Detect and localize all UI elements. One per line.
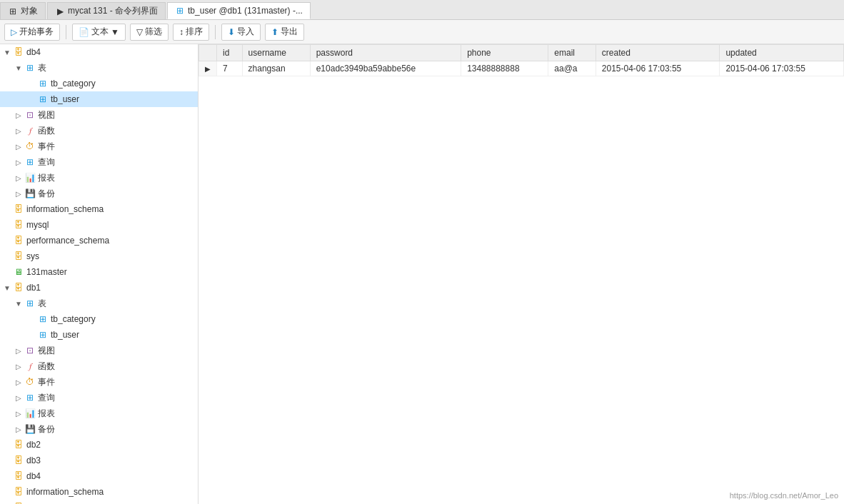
sidebar-item-event-db1[interactable]: ▷ ⏱ 事件: [0, 374, 198, 390]
toggle-performance-schema-top: [1, 235, 13, 246]
col-header-password[interactable]: password: [310, 45, 461, 61]
toggle-report-top[interactable]: ▷: [13, 172, 24, 183]
sidebar-item-view-top[interactable]: ▷ ⊡ 视图: [0, 107, 198, 123]
toggle-backup-top[interactable]: ▷: [13, 188, 24, 199]
sidebar-item-query-top[interactable]: ▷ ⊞ 查询: [0, 154, 198, 170]
export-btn[interactable]: ⬆ 导出: [265, 24, 304, 41]
table-row[interactable]: ▶ 7 zhangsan e10adc3949ba59abbe56e 13488…: [199, 61, 844, 76]
sidebar-item-db3[interactable]: 🗄 db3: [0, 453, 198, 468]
toggle-view-db1[interactable]: ▷: [13, 345, 24, 356]
tab-object[interactable]: ⊞ 对象: [0, 2, 46, 19]
backup-icon-top: 💾: [24, 188, 36, 199]
export-icon: ⬆: [271, 27, 278, 37]
row-indicator: ▶: [199, 61, 217, 76]
sidebar-label-sys-top: sys: [26, 251, 39, 261]
sidebar-item-131master[interactable]: 🖥 131master: [0, 264, 198, 280]
sidebar-item-information-schema-top[interactable]: 🗄 information_schema: [0, 201, 198, 217]
sidebar-label-tb-user-top: tb_user: [51, 94, 79, 104]
toggle-backup-db1[interactable]: ▷: [13, 423, 24, 435]
sort-label: 排序: [186, 26, 203, 38]
sidebar-item-performance-schema-top[interactable]: 🗄 performance_schema: [0, 233, 198, 248]
sidebar-item-table-group-top[interactable]: ▼ ⊞ 表: [0, 60, 198, 76]
sidebar-label-view-top: 视图: [38, 109, 55, 121]
toggle-event-top[interactable]: ▷: [13, 141, 24, 152]
table-icon-tb-category-db1: ⊞: [37, 313, 49, 325]
tab-bar: ⊞ 对象 ▶ mycat 131 - 命令列界面 ⊞ tb_user @db1 …: [0, 0, 844, 20]
begin-transaction-btn[interactable]: ▷ 开始事务: [4, 24, 60, 41]
sidebar-item-mysql-top[interactable]: 🗄 mysql: [0, 217, 198, 233]
sidebar-label-db4-bottom: db4: [26, 471, 41, 481]
cell-email: aa@a: [548, 61, 596, 76]
toggle-func-db1[interactable]: ▷: [13, 361, 24, 372]
toggle-view-top[interactable]: ▷: [13, 109, 24, 121]
sidebar-item-event-top[interactable]: ▷ ⏱ 事件: [0, 138, 198, 154]
toggle-tb-category-top: [26, 78, 37, 89]
sidebar-label-func-db1: 函数: [38, 361, 55, 373]
sidebar-item-tb-user-top[interactable]: ⊞ tb_user: [0, 91, 198, 107]
tab-terminal[interactable]: ▶ mycat 131 - 命令列界面: [47, 2, 166, 19]
sidebar-label-db4-top: db4: [26, 47, 41, 57]
sidebar-item-db1[interactable]: ▼ 🗄 db1: [0, 280, 198, 296]
text-btn[interactable]: 📄 文本 ▼: [72, 24, 126, 41]
tab-table[interactable]: ⊞ tb_user @db1 (131master) -...: [167, 2, 311, 19]
import-label: 导入: [237, 26, 254, 38]
sidebar-item-view-db1[interactable]: ▷ ⊡ 视图: [0, 343, 198, 358]
toggle-db4-top[interactable]: ▼: [1, 46, 13, 58]
sidebar-item-db4-top[interactable]: ▼ 🗄 db4: [0, 44, 198, 60]
toggle-131master: [1, 266, 13, 278]
sort-btn[interactable]: ↕ 排序: [173, 24, 209, 41]
toggle-table-group-top[interactable]: ▼: [13, 62, 24, 74]
toggle-query-top[interactable]: ▷: [13, 156, 24, 168]
filter-btn[interactable]: ▽ 筛选: [130, 24, 169, 41]
sidebar-label-131master: 131master: [26, 267, 67, 277]
sidebar-label-event-top: 事件: [38, 141, 55, 153]
col-header-email[interactable]: email: [548, 45, 596, 61]
sidebar-item-backup-top[interactable]: ▷ 💾 备份: [0, 186, 198, 201]
export-label: 导出: [281, 26, 298, 38]
sidebar-item-db2[interactable]: 🗄 db2: [0, 437, 198, 453]
sidebar-item-backup-db1[interactable]: ▷ 💾 备份: [0, 421, 198, 437]
text-label: 文本: [91, 26, 109, 38]
db-icon-db4-bottom: 🗄: [13, 470, 24, 482]
toggle-table-group-db1[interactable]: ▼: [13, 298, 24, 309]
sidebar-label-func-top: 函数: [38, 125, 55, 137]
toggle-db1[interactable]: ▼: [1, 282, 13, 293]
toggle-report-db1[interactable]: ▷: [13, 408, 24, 419]
toggle-func-top[interactable]: ▷: [13, 125, 24, 136]
sidebar-item-func-top[interactable]: ▷ 𝑓 函数: [0, 123, 198, 138]
toggle-event-db1[interactable]: ▷: [13, 376, 24, 388]
col-header-updated[interactable]: updated: [720, 45, 844, 61]
sidebar-item-sys-top[interactable]: 🗄 sys: [0, 248, 198, 264]
terminal-icon: ▶: [55, 6, 65, 16]
col-header-created[interactable]: created: [596, 45, 720, 61]
sidebar-item-report-db1[interactable]: ▷ 📊 报表: [0, 405, 198, 421]
view-icon-top: ⊡: [24, 109, 36, 121]
tab-object-label: 对象: [21, 5, 38, 17]
sidebar: ▼ 🗄 db4 ▼ ⊞ 表 ⊞ tb_category ⊞ tb_user ▷ …: [0, 44, 199, 504]
sidebar-item-mysql-bottom[interactable]: 🗄 mysql: [0, 500, 198, 504]
sidebar-item-tb-category-top[interactable]: ⊞ tb_category: [0, 76, 198, 91]
text-icon: 📄: [79, 27, 89, 37]
data-table: id username password phone email created…: [199, 44, 844, 76]
sidebar-item-func-db1[interactable]: ▷ 𝑓 函数: [0, 358, 198, 374]
sidebar-item-tb-category-db1[interactable]: ⊞ tb_category: [0, 311, 198, 327]
sidebar-item-report-top[interactable]: ▷ 📊 报表: [0, 170, 198, 186]
cell-created: 2015-04-06 17:03:55: [596, 61, 720, 76]
sidebar-item-db4-bottom[interactable]: 🗄 db4: [0, 468, 198, 484]
event-icon-top: ⏱: [24, 141, 36, 152]
sidebar-label-query-top: 查询: [38, 156, 55, 168]
toggle-tb-user-db1: [26, 329, 37, 341]
col-header-phone[interactable]: phone: [461, 45, 548, 61]
import-btn[interactable]: ⬇ 导入: [221, 24, 261, 41]
sidebar-item-table-group-db1[interactable]: ▼ ⊞ 表: [0, 296, 198, 311]
sidebar-label-event-db1: 事件: [38, 376, 55, 388]
toggle-query-db1[interactable]: ▷: [13, 392, 24, 403]
toggle-db4-bottom: [1, 470, 13, 482]
toggle-tb-user-top: [26, 94, 37, 105]
sidebar-item-information-schema-bottom[interactable]: 🗄 information_schema: [0, 484, 198, 500]
sidebar-item-query-db1[interactable]: ▷ ⊞ 查询: [0, 390, 198, 405]
toolbar: ▷ 开始事务 📄 文本 ▼ ▽ 筛选 ↕ 排序 ⬇ 导入 ⬆ 导出: [0, 20, 844, 44]
sidebar-item-tb-user-db1[interactable]: ⊞ tb_user: [0, 327, 198, 343]
col-header-id[interactable]: id: [217, 45, 243, 61]
col-header-username[interactable]: username: [242, 45, 310, 61]
